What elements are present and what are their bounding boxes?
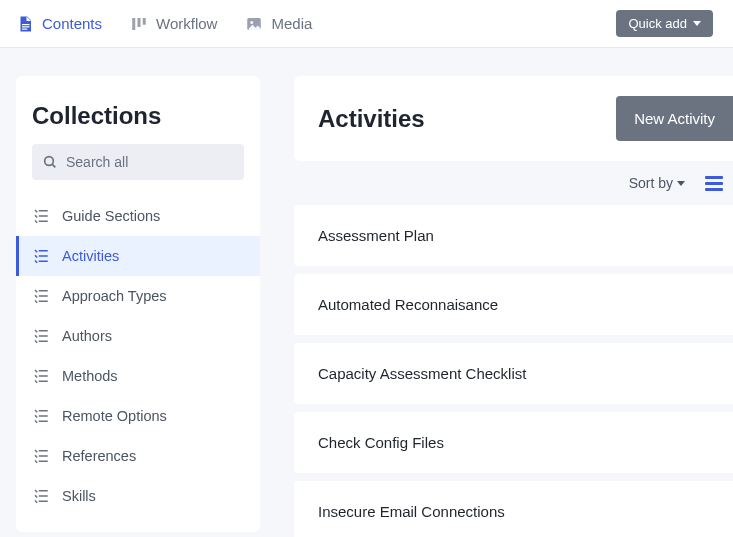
svg-rect-5	[143, 18, 146, 25]
search-input[interactable]	[66, 154, 234, 170]
sidebar-item-label: Authors	[62, 328, 112, 344]
chevron-down-icon	[677, 181, 685, 186]
sidebar-item-remote-options[interactable]: Remote Options	[16, 396, 260, 436]
svg-rect-2	[22, 28, 27, 29]
sort-by-label: Sort by	[629, 175, 673, 191]
sidebar-title: Collections	[16, 82, 260, 144]
list-toolbar: Sort by	[294, 161, 733, 205]
card-title: Capacity Assessment Checklist	[318, 365, 526, 382]
sidebar-item-label: Approach Types	[62, 288, 167, 304]
tab-contents[interactable]: Contents	[16, 15, 102, 33]
quick-add-label: Quick add	[628, 16, 687, 31]
card-title: Insecure Email Connections	[318, 503, 505, 520]
chevron-down-icon	[693, 21, 701, 26]
svg-rect-3	[132, 18, 135, 30]
collection-icon	[32, 247, 50, 265]
view-list-icon[interactable]	[705, 176, 727, 191]
collection-icon	[32, 207, 50, 225]
sidebar-item-label: References	[62, 448, 136, 464]
sort-by-dropdown[interactable]: Sort by	[629, 175, 685, 191]
sidebar-item-guide-sections[interactable]: Guide Sections	[16, 196, 260, 236]
sidebar-item-methods[interactable]: Methods	[16, 356, 260, 396]
search-input-wrap[interactable]	[32, 144, 244, 180]
svg-line-9	[52, 164, 55, 167]
collection-icon	[32, 287, 50, 305]
list-item[interactable]: Assessment Plan	[294, 205, 733, 266]
collection-icon	[32, 487, 50, 505]
search-icon	[42, 154, 58, 170]
body: Collections Guide Sections Activities Ap…	[0, 48, 733, 537]
svg-point-7	[251, 21, 254, 24]
card-title: Check Config Files	[318, 434, 444, 451]
svg-rect-0	[22, 24, 30, 25]
tab-media[interactable]: Media	[245, 15, 312, 33]
image-icon	[245, 15, 263, 33]
collection-icon	[32, 407, 50, 425]
list-item[interactable]: Automated Reconnaisance	[294, 274, 733, 335]
quick-add-button[interactable]: Quick add	[616, 10, 713, 37]
tab-label: Contents	[42, 15, 102, 32]
svg-rect-1	[22, 26, 30, 27]
main-header: Activities New Activity	[294, 76, 733, 161]
tab-label: Workflow	[156, 15, 217, 32]
main: Activities New Activity Sort by Assessme…	[294, 76, 733, 537]
sidebar: Collections Guide Sections Activities Ap…	[16, 76, 260, 532]
sidebar-item-approach-types[interactable]: Approach Types	[16, 276, 260, 316]
document-icon	[16, 15, 34, 33]
top-nav: Contents Workflow Media Quick add	[0, 0, 733, 48]
sidebar-item-skills[interactable]: Skills	[16, 476, 260, 516]
collection-icon	[32, 327, 50, 345]
sidebar-item-label: Skills	[62, 488, 96, 504]
list-item[interactable]: Insecure Email Connections	[294, 481, 733, 537]
card-title: Assessment Plan	[318, 227, 434, 244]
collection-icon	[32, 367, 50, 385]
collection-icon	[32, 447, 50, 465]
list-item[interactable]: Capacity Assessment Checklist	[294, 343, 733, 404]
sidebar-item-authors[interactable]: Authors	[16, 316, 260, 356]
new-button-label: New Activity	[634, 110, 715, 127]
tab-workflow[interactable]: Workflow	[130, 15, 217, 33]
card-title: Automated Reconnaisance	[318, 296, 498, 313]
svg-point-8	[45, 157, 54, 166]
columns-icon	[130, 15, 148, 33]
svg-rect-4	[138, 18, 141, 27]
activity-list: Assessment Plan Automated Reconnaisance …	[294, 205, 733, 537]
list-item[interactable]: Check Config Files	[294, 412, 733, 473]
sidebar-item-references[interactable]: References	[16, 436, 260, 476]
tab-label: Media	[271, 15, 312, 32]
sidebar-item-label: Activities	[62, 248, 119, 264]
page-title: Activities	[318, 105, 600, 133]
top-tabs: Contents Workflow Media	[16, 15, 312, 33]
new-activity-button[interactable]: New Activity	[616, 96, 733, 141]
sidebar-item-label: Methods	[62, 368, 118, 384]
sidebar-item-activities[interactable]: Activities	[16, 236, 260, 276]
sidebar-item-label: Remote Options	[62, 408, 167, 424]
sidebar-item-label: Guide Sections	[62, 208, 160, 224]
sidebar-list: Guide Sections Activities Approach Types…	[16, 196, 260, 516]
